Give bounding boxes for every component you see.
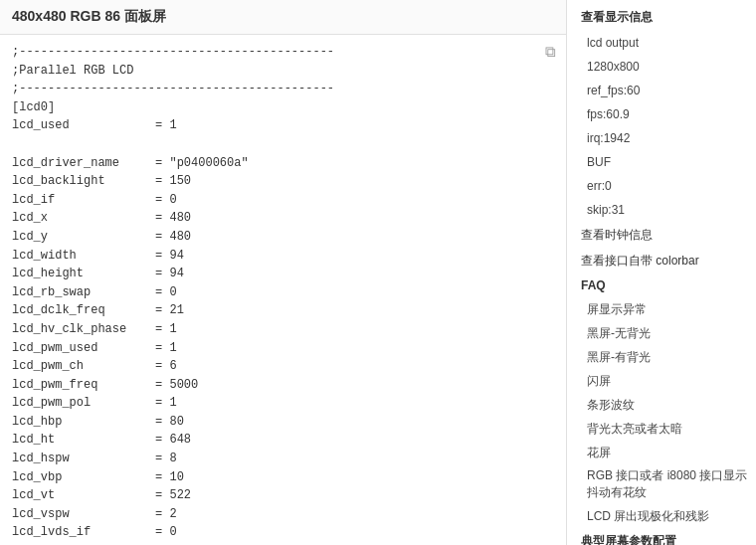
sidebar-item-err[interactable]: err:0 [567, 174, 756, 198]
sidebar-item-backlight-too-bright[interactable]: 背光太亮或者太暗 [567, 417, 756, 441]
code-content: ;---------------------------------------… [12, 43, 554, 545]
sidebar-group-faq[interactable]: FAQ [567, 273, 756, 297]
code-area[interactable]: ⧉ ;-------------------------------------… [0, 35, 566, 545]
sidebar-item-ref-fps[interactable]: ref_fps:60 [567, 79, 756, 102]
sidebar-item-flicker[interactable]: 闪屏 [567, 369, 756, 393]
panel-title: 480x480 RGB 86 面板屏 [0, 0, 566, 35]
sidebar-group-view-display[interactable]: 查看显示信息 [567, 4, 756, 31]
sidebar-item-irq[interactable]: irq:1942 [567, 126, 756, 150]
sidebar-item-stripe[interactable]: 条形波纹 [567, 393, 756, 417]
sidebar-item-fps[interactable]: fps:60.9 [567, 102, 756, 126]
sidebar-item-clock-info[interactable]: 查看时钟信息 [567, 222, 756, 248]
sidebar-item-display-abnormal[interactable]: 屏显示异常 [567, 297, 756, 321]
sidebar-item-rgb-i8080-dither[interactable]: RGB 接口或者 i8080 接口显示抖动有花纹 [567, 464, 756, 504]
sidebar-item-colorbar[interactable]: 查看接口自带 colorbar [567, 248, 756, 273]
left-panel: 480x480 RGB 86 面板屏 ⧉ ;------------------… [0, 0, 567, 545]
sidebar-item-lcd-residual[interactable]: LCD 屏出现极化和残影 [567, 504, 756, 528]
sidebar-item-buf[interactable]: BUF [567, 150, 756, 174]
sidebar-group-typical[interactable]: 典型屏幕参数配置 [567, 528, 756, 545]
sidebar-item-skip[interactable]: skip:31 [567, 198, 756, 222]
sidebar-item-lcd-output[interactable]: lcd output [567, 31, 756, 55]
right-panel: 查看显示信息 lcd output 1280x800 ref_fps:60 fp… [567, 0, 756, 545]
sidebar-item-1280x800[interactable]: 1280x800 [567, 55, 756, 79]
copy-icon[interactable]: ⧉ [545, 43, 556, 61]
sidebar-item-black-no-backlight[interactable]: 黑屏-无背光 [567, 321, 756, 345]
sidebar-item-black-with-backlight[interactable]: 黑屏-有背光 [567, 345, 756, 369]
sidebar-item-flower-screen[interactable]: 花屏 [567, 441, 756, 464]
